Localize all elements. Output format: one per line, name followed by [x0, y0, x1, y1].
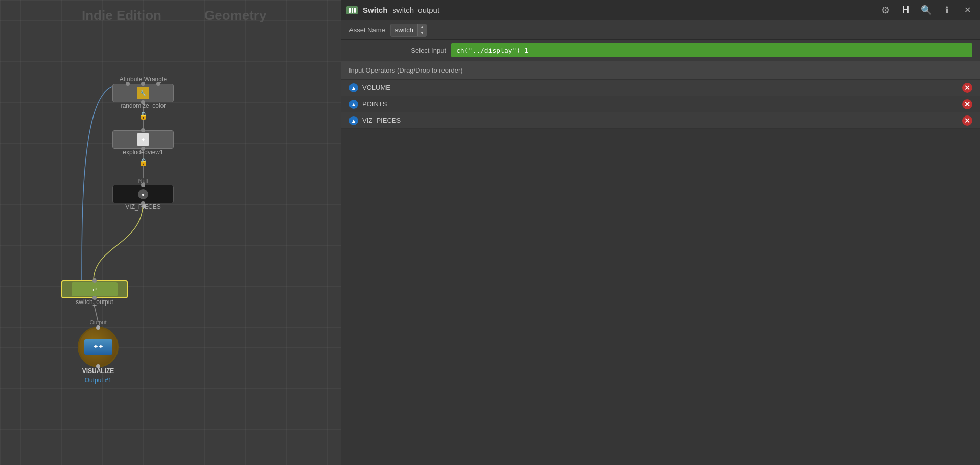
output-number-label: Output #1	[85, 377, 112, 384]
node-dot-bottom-switch	[92, 296, 97, 300]
op-arrow-points: ▲	[349, 100, 358, 109]
op-remove-viz-pieces[interactable]: ✕	[962, 115, 972, 126]
operator-rows: ▲ VOLUME ✕ ▲ POINTS ✕ ▲ VIZ_PIECES ✕	[341, 80, 980, 129]
operator-row-viz-pieces[interactable]: ▲ VIZ_PIECES ✕	[341, 112, 980, 129]
node-dot-top-middle	[141, 82, 145, 86]
asset-name-row: Asset Name switch ▲ ▼	[341, 20, 980, 40]
output-name-label: VISUALIZE	[82, 367, 114, 375]
output-type-label: Output	[89, 319, 106, 326]
operators-header: Input Operators (Drag/Drop to reorder)	[341, 61, 980, 80]
node-box-null[interactable]: ●	[112, 185, 174, 203]
node-dot-bottom	[141, 100, 145, 104]
node-box[interactable]: 🔧	[112, 84, 174, 102]
node-dot-top-null	[141, 183, 145, 187]
op-name-volume: VOLUME	[362, 84, 958, 91]
select-input-value[interactable]: ch("../display")-1	[451, 43, 972, 57]
node-icon-null: ●	[138, 189, 148, 199]
node-icon-exploded: ✦	[137, 133, 149, 146]
title-bar: Switch switch_output ⚙ H 🔍 ℹ ✕	[341, 0, 980, 20]
node-switch-output[interactable]: ⇄ switch_output	[61, 280, 128, 307]
node-icon: 🔧	[137, 87, 149, 99]
search-button[interactable]: 🔍	[919, 3, 934, 18]
spinner-up[interactable]: ▲	[418, 24, 426, 30]
operators-header-text: Input Operators (Drag/Drop to reorder)	[349, 66, 463, 74]
asset-name-label: Asset Name	[349, 26, 385, 34]
icon-bar-1	[349, 8, 351, 13]
node-box-exploded[interactable]: ✦	[112, 130, 174, 149]
lock-icon-exploded: 🔒	[139, 158, 148, 166]
icon-bar-2	[352, 8, 353, 13]
operator-row-points[interactable]: ▲ POINTS ✕	[341, 96, 980, 112]
op-remove-points[interactable]: ✕	[962, 99, 972, 109]
output-node-visualize[interactable]: Output ✦✦ VISUALIZE Output #1	[78, 319, 119, 384]
op-arrow-viz-pieces: ▲	[349, 116, 358, 125]
op-arrow-volume: ▲	[349, 83, 358, 92]
select-input-row: Select Input ch("../display")-1	[341, 40, 980, 61]
spinner-arrows[interactable]: ▲ ▼	[417, 24, 426, 36]
output-dot-top	[96, 326, 100, 330]
right-panel: Switch switch_output ⚙ H 🔍 ℹ ✕ Asset Nam…	[341, 0, 980, 465]
connections-svg	[0, 0, 341, 465]
close-button[interactable]: ✕	[960, 3, 975, 18]
info-button[interactable]: ℹ	[939, 3, 954, 18]
gear-button[interactable]: ⚙	[878, 3, 893, 18]
dot-below-null	[142, 204, 146, 208]
watermark-indie: Indie Edition	[82, 8, 161, 24]
title-node-path: switch_output	[392, 6, 439, 14]
node-randomize-color[interactable]: Attribute Wrangle 🔧 randomize_color 🔒	[112, 76, 174, 120]
watermark-geometry: Geometry	[204, 8, 266, 24]
title-node-type: Switch	[363, 6, 387, 14]
asset-name-spinner[interactable]: switch ▲ ▼	[390, 24, 427, 37]
node-box-switch[interactable]: ⇄	[61, 280, 128, 298]
node-dot-top-switch	[92, 278, 97, 283]
op-name-points: POINTS	[362, 100, 958, 108]
icon-bar-3	[354, 8, 356, 13]
node-dot-top-right	[156, 82, 160, 86]
lock-icon: 🔒	[139, 111, 148, 120]
node-dot-top	[141, 128, 145, 132]
node-icon-switch: ⇄	[72, 282, 118, 296]
op-remove-volume[interactable]: ✕	[962, 83, 972, 93]
spinner-down[interactable]: ▼	[418, 30, 426, 36]
h-button[interactable]: H	[898, 3, 914, 18]
operator-row-volume[interactable]: ▲ VOLUME ✕	[341, 80, 980, 96]
node-dot-bottom	[141, 147, 145, 151]
output-inner: ✦✦	[84, 339, 112, 355]
output-dot-bottom	[96, 364, 100, 368]
node-graph[interactable]: Indie Edition Geometry Attribute Wrangle…	[0, 0, 341, 465]
op-name-viz-pieces: VIZ_PIECES	[362, 117, 958, 124]
select-input-label: Select Input	[349, 46, 451, 54]
switch-node-icon	[346, 6, 358, 14]
spinner-value: switch	[391, 25, 417, 35]
empty-area	[341, 129, 980, 465]
node-dot-top-left	[126, 82, 130, 86]
node-explodedview[interactable]: ✦ explodedview1 🔒	[112, 130, 174, 166]
output-circle[interactable]: ✦✦	[78, 327, 119, 367]
